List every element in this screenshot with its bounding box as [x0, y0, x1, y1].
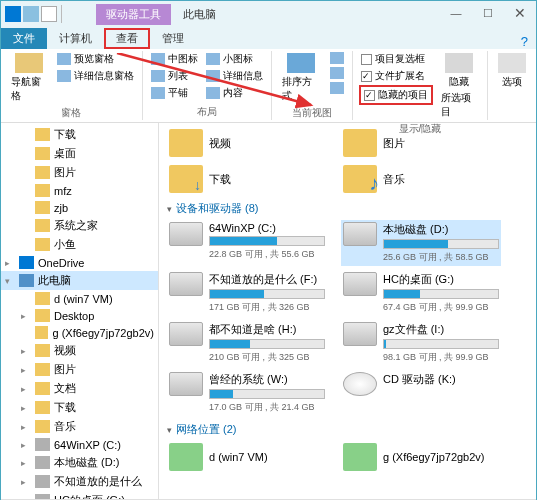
titlebar: 驱动器工具 此电脑 — ☐ ✕: [1, 1, 536, 27]
tree-item[interactable]: ▾此电脑: [1, 271, 158, 290]
pc-icon: [19, 274, 34, 287]
drive-tile[interactable]: HC的桌面 (G:)67.4 GB 可用 , 共 99.9 GB: [341, 270, 501, 316]
ribbon-group-layout: 中图标 列表 平铺 小图标 详细信息 内容 布局: [143, 51, 272, 120]
tree-item[interactable]: ▸本地磁盘 (D:): [1, 453, 158, 472]
group-by[interactable]: [328, 51, 346, 65]
network-header[interactable]: 网络位置 (2): [167, 422, 528, 437]
drive-tile[interactable]: 曾经的系统 (W:)17.0 GB 可用 , 共 21.4 GB: [167, 370, 327, 416]
qa-icon-2[interactable]: [41, 6, 57, 22]
drive-icon: [35, 456, 50, 469]
context-tab[interactable]: 驱动器工具: [96, 4, 171, 25]
folder-icon: [35, 326, 48, 339]
tree-item[interactable]: ▸64WinXP (C:): [1, 436, 158, 453]
folder-icon: [35, 363, 50, 376]
layout-mid-icons[interactable]: 中图标: [149, 51, 200, 67]
tree-item[interactable]: 系统之家: [1, 216, 158, 235]
folder-icon: [35, 292, 50, 305]
layout-tiles[interactable]: 平铺: [149, 85, 200, 101]
drive-tile[interactable]: 本地磁盘 (D:)25.6 GB 可用 , 共 58.5 GB: [341, 220, 501, 266]
tab-file[interactable]: 文件: [1, 28, 47, 49]
tree-item[interactable]: ▸文档: [1, 379, 158, 398]
devices-header[interactable]: 设备和驱动器 (8): [167, 201, 528, 216]
ribbon-group-show-hide: 项目复选框 文件扩展名 隐藏的项目 隐藏 所选项目 显示/隐藏: [353, 51, 488, 120]
tree-item[interactable]: ▸图片: [1, 360, 158, 379]
drive-tile[interactable]: 不知道放的是什么 (F:)171 GB 可用 , 共 326 GB: [167, 270, 327, 316]
preview-pane-button[interactable]: 预览窗格: [55, 51, 136, 67]
folder-icon: [343, 165, 377, 193]
folder-icon: [35, 166, 50, 179]
folder-icon: [35, 147, 50, 160]
layout-details[interactable]: 详细信息: [204, 68, 265, 84]
drive-icon: [35, 494, 50, 499]
tree-item[interactable]: g (Xf6egy7jp72gb2v): [1, 324, 158, 341]
tree-item[interactable]: 桌面: [1, 144, 158, 163]
tree-item[interactable]: 下载: [1, 125, 158, 144]
drive-icon: [169, 372, 203, 396]
tree-item[interactable]: d (win7 VM): [1, 290, 158, 307]
folder-tile[interactable]: 音乐: [341, 163, 501, 195]
tree-item[interactable]: ▸HC的桌面 (G:): [1, 491, 158, 499]
tab-computer[interactable]: 计算机: [47, 28, 104, 49]
drive-tile[interactable]: 都不知道是啥 (H:)210 GB 可用 , 共 325 GB: [167, 320, 327, 366]
layout-list[interactable]: 列表: [149, 68, 200, 84]
tree-item[interactable]: zjb: [1, 199, 158, 216]
tree-item[interactable]: 图片: [1, 163, 158, 182]
sort-button[interactable]: 排序方式: [278, 51, 324, 105]
help-icon[interactable]: ?: [521, 34, 528, 49]
layout-sm-icons[interactable]: 小图标: [204, 51, 265, 67]
add-columns[interactable]: [328, 66, 346, 80]
tree-item[interactable]: 小鱼: [1, 235, 158, 254]
drive-icon: [169, 322, 203, 346]
tree-item[interactable]: ▸视频: [1, 341, 158, 360]
size-columns[interactable]: [328, 81, 346, 95]
options-button[interactable]: 选项: [494, 51, 530, 91]
folder-icon: [35, 184, 50, 197]
folder-icon: [35, 309, 50, 322]
content-pane[interactable]: 视频图片下载音乐 设备和驱动器 (8) 64WinXP (C:)22.8 GB …: [159, 123, 536, 499]
tree-item[interactable]: ▸下载: [1, 398, 158, 417]
folder-icon: [35, 201, 50, 214]
tree-item[interactable]: ▸音乐: [1, 417, 158, 436]
folder-icon: [169, 165, 203, 193]
details-pane-button[interactable]: 详细信息窗格: [55, 68, 136, 84]
drive-tile[interactable]: CD 驱动器 (K:): [341, 370, 501, 416]
app-icon: [5, 6, 21, 22]
hidden-items-toggle[interactable]: 隐藏的项目: [359, 85, 433, 105]
maximize-button[interactable]: ☐: [472, 1, 504, 25]
layout-content[interactable]: 内容: [204, 85, 265, 101]
tree-item[interactable]: ▸不知道放的是什么: [1, 472, 158, 491]
folder-icon: [35, 344, 50, 357]
tree-item[interactable]: ▸OneDrive: [1, 254, 158, 271]
network-tile[interactable]: g (Xf6egy7jp72gb2v): [341, 441, 501, 473]
ribbon: 导航窗格 预览窗格 详细信息窗格 窗格 中图标 列表 平铺 小图标 详细信息: [1, 49, 536, 123]
network-drive-icon: [343, 443, 377, 471]
folder-tile[interactable]: 下载: [167, 163, 327, 195]
minimize-button[interactable]: —: [440, 1, 472, 25]
tab-manage[interactable]: 管理: [150, 28, 196, 49]
close-button[interactable]: ✕: [504, 1, 536, 25]
qa-icon-1[interactable]: [23, 6, 39, 22]
folder-icon: [35, 238, 50, 251]
tree-item[interactable]: mfz: [1, 182, 158, 199]
file-ext-toggle[interactable]: 文件扩展名: [359, 68, 433, 84]
folder-icon: [35, 128, 50, 141]
drive-icon: [169, 272, 203, 296]
nav-tree[interactable]: 下载桌面图片mfzzjb系统之家小鱼▸OneDrive▾此电脑d (win7 V…: [1, 123, 159, 499]
item-checkboxes-toggle[interactable]: 项目复选框: [359, 51, 433, 67]
hide-selected-button[interactable]: 隐藏 所选项目: [437, 51, 481, 121]
drive-icon: [343, 272, 377, 296]
quick-access-icons: [5, 6, 57, 22]
folder-icon: [35, 382, 50, 395]
nav-pane-button[interactable]: 导航窗格: [7, 51, 51, 105]
drive-icon: [35, 475, 50, 488]
tab-view[interactable]: 查看: [104, 28, 150, 49]
drive-tile[interactable]: gz文件盘 (I:)98.1 GB 可用 , 共 99.9 GB: [341, 320, 501, 366]
drive-icon: [169, 222, 203, 246]
drive-icon: [343, 322, 377, 346]
drive-tile[interactable]: 64WinXP (C:)22.8 GB 可用 , 共 55.6 GB: [167, 220, 327, 266]
network-tile[interactable]: d (win7 VM): [167, 441, 327, 473]
tree-item[interactable]: ▸Desktop: [1, 307, 158, 324]
ribbon-group-options: 选项: [488, 51, 536, 120]
folder-tile[interactable]: 视频: [167, 127, 327, 159]
drive-icon: [35, 438, 50, 451]
